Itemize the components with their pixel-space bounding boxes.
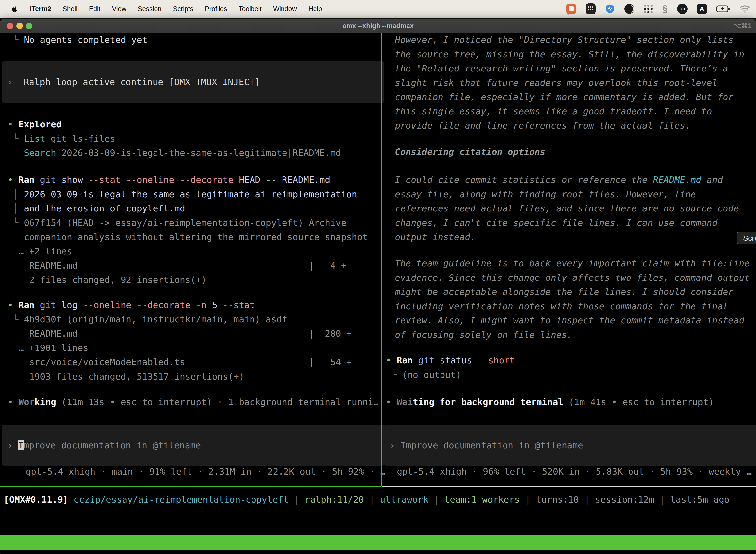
pane-divider-vertical[interactable] (381, 33, 382, 487)
zoom-button[interactable] (26, 22, 32, 29)
window-shortcut-badge: ⌥⌘1 (734, 22, 752, 30)
wifi-icon[interactable] (740, 5, 750, 13)
session-status-left: gpt-5.4 xhigh · main · 91% left · 2.31M … (25, 464, 386, 479)
iterm2-window: omx --xhigh --madmax ⌥⌘1 └ No agents com… (0, 19, 756, 554)
menu-item-iterm2[interactable]: iTerm2 (30, 5, 51, 13)
git-log-command-block: • Ran git log --oneline --decorate -n 5 … (8, 298, 352, 384)
menu-bar: iTerm2 Shell Edit View Session Scripts P… (0, 0, 756, 18)
prompt-input-right-text: › Improve documentation in @filename (390, 438, 583, 452)
apple-menu-icon[interactable] (11, 4, 18, 13)
pane-divider-bottom-left (0, 487, 381, 487)
squiggle-icon[interactable]: § (663, 4, 668, 14)
reasoning-heading: Considering citation options (395, 145, 546, 159)
window-title: omx --xhigh --madmax (342, 22, 414, 30)
working-status-line: • Working (11m 13s • esc to interrupt) ·… (8, 395, 379, 409)
close-button[interactable] (7, 22, 13, 29)
waiting-status-line: • Waiting for background terminal (1m 41… (386, 395, 714, 409)
prompt-input-left[interactable]: › Improve documentation in @filename (2, 425, 384, 466)
ralph-loop-banner: › Ralph loop active continue [OMX_TMUX_I… (2, 61, 384, 103)
reasoning-paragraph-2: I could cite commit statistics or refere… (395, 173, 739, 244)
shield-network-icon[interactable] (605, 4, 615, 14)
agents-status-line: └ No agents completed yet (8, 33, 147, 47)
menu-item-edit[interactable]: Edit (89, 5, 101, 13)
menu-item-session[interactable]: Session (138, 5, 162, 13)
reasoning-paragraph-1: However, I noticed the "Directory Struct… (395, 33, 744, 133)
explored-section: • Explored └ List git ls-files Search 20… (8, 117, 341, 160)
gauge-icon[interactable]: ..61 (677, 4, 688, 14)
prompt-input-right[interactable]: › Improve documentation in @filename (384, 425, 756, 466)
minimize-button[interactable] (16, 22, 23, 29)
reasoning-paragraph-3: The team guideline is to back every impo… (395, 256, 750, 342)
menu-item-view[interactable]: View (112, 5, 126, 13)
prompt-input-left-text: › Improve documentation in @filename (7, 438, 201, 452)
menu-item-shell[interactable]: Shell (63, 5, 78, 13)
screen-overlay-button[interactable]: Scre (737, 232, 756, 244)
menu-item-help[interactable]: Help (308, 5, 322, 13)
menu-item-window[interactable]: Window (273, 5, 297, 13)
menu-item-profiles[interactable]: Profiles (205, 5, 227, 13)
git-show-command-block: • Ran git show --stat --oneline --decora… (8, 173, 368, 287)
dots-grid-icon[interactable] (644, 4, 653, 14)
screen-share-icon[interactable] (566, 4, 576, 14)
window-titlebar[interactable]: omx --xhigh --madmax ⌥⌘1 (0, 19, 756, 33)
tmux-session-label: [omx-cczip0:bash* (3, 550, 94, 554)
ralph-loop-banner-text: › Ralph loop active continue [OMX_TMUX_I… (7, 75, 260, 89)
omx-status-line: [OMX#0.11.9] cczip/essay/ai-reimplementa… (4, 492, 730, 507)
session-status-right: gpt-5.4 xhigh · 96% left · 520K in · 5.8… (397, 464, 752, 479)
battery-icon[interactable] (716, 5, 730, 12)
tmux-status-bar: [omx-cczip0:bash* "MacBook-Pro-44.local"… (0, 535, 756, 550)
keypad-icon[interactable] (586, 3, 595, 14)
pane-divider-bottom-right (382, 487, 756, 487)
menu-item-toolbelt[interactable]: Toolbelt (239, 5, 262, 13)
git-status-command-block: • Ran git status --short └ (no output) (386, 353, 515, 382)
crescent-icon[interactable] (624, 4, 634, 14)
input-source-icon[interactable]: A (697, 4, 707, 14)
menu-item-scripts[interactable]: Scripts (173, 5, 193, 13)
terminal-content[interactable]: └ No agents completed yet › Ralph loop a… (0, 33, 756, 554)
